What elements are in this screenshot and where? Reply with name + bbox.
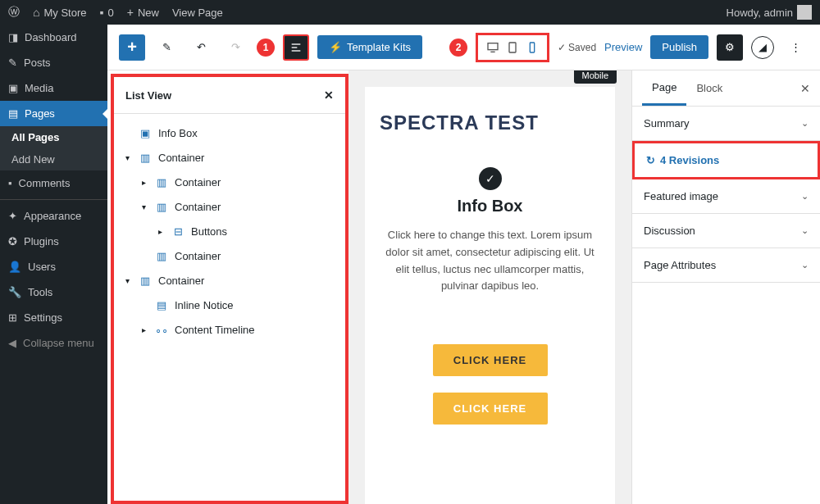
sidebar-item-label: Tools bbox=[28, 286, 52, 298]
close-icon[interactable]: ✕ bbox=[324, 89, 334, 102]
add-block-button[interactable]: + bbox=[119, 34, 145, 61]
site-link[interactable]: ⌂My Store bbox=[33, 6, 86, 19]
mobile-tooltip: Mobile bbox=[574, 70, 617, 84]
view-page-link[interactable]: View Page bbox=[172, 7, 223, 19]
sidebar-item-pages[interactable]: ▤Pages bbox=[0, 101, 107, 126]
chevron-down-icon: ⌄ bbox=[801, 225, 809, 236]
sidebar-item-comments[interactable]: ▪Comments bbox=[0, 170, 107, 196]
undo-button[interactable]: ↶ bbox=[188, 34, 214, 61]
page-title[interactable]: SPECTRA TEST bbox=[380, 111, 600, 134]
settings-panel: Page Block ✕ Summary⌄ ↻4 Revisions 3 Fea… bbox=[631, 70, 820, 504]
chevron-down-icon: ⌄ bbox=[801, 118, 809, 129]
chevron-down-icon[interactable]: ▾ bbox=[122, 153, 132, 162]
redo-button[interactable]: ↷ bbox=[222, 34, 248, 61]
chevron-right-icon[interactable]: ▸ bbox=[139, 178, 148, 187]
howdy[interactable]: Howdy, admin bbox=[727, 5, 812, 20]
sidebar-item-appearance[interactable]: ✦Appearance bbox=[0, 203, 107, 229]
wp-logo[interactable]: ⓦ bbox=[8, 5, 20, 20]
sidebar-item-label: Comments bbox=[19, 177, 71, 189]
new-link[interactable]: +New bbox=[127, 6, 159, 19]
chevron-down-icon: ⌄ bbox=[801, 260, 809, 270]
howdy-text: Howdy, admin bbox=[727, 7, 793, 19]
panel-revisions[interactable]: ↻4 Revisions bbox=[632, 141, 820, 179]
container-icon: ▥ bbox=[154, 175, 169, 189]
edit-button[interactable]: ✎ bbox=[153, 34, 180, 61]
publish-button[interactable]: Publish bbox=[650, 35, 708, 59]
sidebar-item-posts[interactable]: ✎Posts bbox=[0, 50, 107, 75]
settings-button[interactable]: ⚙ bbox=[717, 34, 743, 61]
panel-summary[interactable]: Summary⌄ bbox=[632, 107, 820, 141]
panel-discussion[interactable]: Discussion⌄ bbox=[632, 214, 820, 248]
list-item-label: Inline Notice bbox=[175, 299, 234, 311]
sidebar-item-users[interactable]: 👤Users bbox=[0, 254, 107, 279]
device-mobile[interactable] bbox=[522, 38, 542, 57]
sidebar-item-label: Appearance bbox=[24, 210, 81, 222]
list-item-container[interactable]: ▥Container bbox=[122, 243, 337, 268]
infobox-title[interactable]: Info Box bbox=[380, 197, 600, 216]
list-item-label: Info Box bbox=[158, 127, 198, 139]
list-item-timeline[interactable]: ▸∘∘Content Timeline bbox=[122, 317, 337, 342]
cta-button-2[interactable]: CLICK HERE bbox=[433, 393, 548, 425]
submenu-all-pages[interactable]: All Pages bbox=[0, 126, 107, 148]
sidebar-item-settings[interactable]: ⊞Settings bbox=[0, 305, 107, 330]
site-name: My Store bbox=[43, 7, 86, 19]
sidebar-item-label: Pages bbox=[25, 107, 55, 120]
list-item-inline-notice[interactable]: ▤Inline Notice bbox=[122, 293, 337, 317]
template-kits-button[interactable]: ⚡Template Kits bbox=[317, 35, 422, 59]
list-view-button[interactable] bbox=[283, 34, 309, 61]
sidebar-item-label: Posts bbox=[24, 57, 51, 69]
close-icon[interactable]: ✕ bbox=[800, 82, 810, 95]
device-desktop[interactable] bbox=[483, 38, 503, 57]
list-item-container[interactable]: ▾▥Container bbox=[122, 145, 337, 170]
svg-rect-5 bbox=[509, 43, 516, 52]
list-item-label: Container bbox=[175, 176, 221, 188]
list-item-container[interactable]: ▾▥Container bbox=[122, 194, 337, 219]
sidebar-item-plugins[interactable]: ✪Plugins bbox=[0, 229, 107, 254]
list-item-label: Container bbox=[175, 201, 221, 213]
list-item-label: Container bbox=[158, 152, 204, 164]
svg-rect-3 bbox=[488, 43, 498, 49]
annotation-badge-2: 2 bbox=[449, 39, 467, 57]
list-item-container[interactable]: ▸▥Container bbox=[122, 170, 337, 194]
list-item-label: Content Timeline bbox=[175, 324, 255, 336]
chevron-right-icon[interactable]: ▸ bbox=[139, 325, 148, 334]
submenu-add-new[interactable]: Add New bbox=[0, 148, 107, 170]
panel-page-attributes[interactable]: Page Attributes⌄ bbox=[632, 248, 820, 283]
sidebar-collapse[interactable]: ◀Collapse menu bbox=[0, 330, 107, 356]
list-item-buttons[interactable]: ▸⊟Buttons bbox=[122, 219, 337, 243]
device-tablet[interactable] bbox=[503, 38, 522, 57]
page-content[interactable]: SPECTRA TEST ✓ Info Box Click here to ch… bbox=[365, 87, 615, 504]
sidebar-item-tools[interactable]: 🔧Tools bbox=[0, 279, 107, 305]
section-label: Summary bbox=[644, 117, 690, 129]
chevron-down-icon[interactable]: ▾ bbox=[122, 276, 132, 285]
saved-indicator: ✓ Saved bbox=[558, 42, 596, 53]
section-label: 4 Revisions bbox=[660, 154, 719, 166]
list-view-panel: List View ✕ ▣Info Box ▾▥Container ▸▥Cont… bbox=[111, 74, 348, 504]
sidebar-item-label: Plugins bbox=[24, 235, 59, 247]
tab-page[interactable]: Page bbox=[642, 71, 686, 106]
avatar bbox=[797, 5, 812, 20]
sidebar-item-media[interactable]: ▣Media bbox=[0, 75, 107, 101]
cta-button-1[interactable]: CLICK HERE bbox=[433, 344, 548, 376]
panel-featured-image[interactable]: Featured image⌄ bbox=[632, 179, 820, 214]
tab-block[interactable]: Block bbox=[686, 72, 732, 104]
spectra-panel-button[interactable]: ◢ bbox=[751, 36, 774, 59]
sidebar-item-label: Users bbox=[28, 261, 56, 273]
check-icon: ✓ bbox=[479, 167, 502, 190]
svg-rect-6 bbox=[530, 43, 534, 52]
more-button[interactable]: ⋮ bbox=[782, 34, 809, 61]
chevron-right-icon[interactable]: ▸ bbox=[155, 227, 165, 236]
preview-link[interactable]: Preview bbox=[604, 41, 642, 53]
list-item-container[interactable]: ▾▥Container bbox=[122, 268, 337, 293]
editor-canvas[interactable]: Mobile SPECTRA TEST ✓ Info Box Click her… bbox=[348, 70, 631, 504]
sidebar-item-label: Collapse menu bbox=[23, 337, 94, 349]
container-icon: ▥ bbox=[154, 199, 169, 214]
chevron-down-icon[interactable]: ▾ bbox=[139, 202, 148, 211]
infobox-icon: ▣ bbox=[138, 125, 153, 140]
comments-link[interactable]: ▪0 bbox=[99, 6, 113, 19]
new-label: New bbox=[138, 7, 159, 19]
sidebar-item-dashboard[interactable]: ◨Dashboard bbox=[0, 25, 107, 50]
sidebar-item-label: Dashboard bbox=[25, 31, 77, 43]
infobox-text[interactable]: Click here to change this text. Lorem ip… bbox=[380, 227, 600, 295]
list-item-infobox[interactable]: ▣Info Box bbox=[122, 120, 337, 145]
